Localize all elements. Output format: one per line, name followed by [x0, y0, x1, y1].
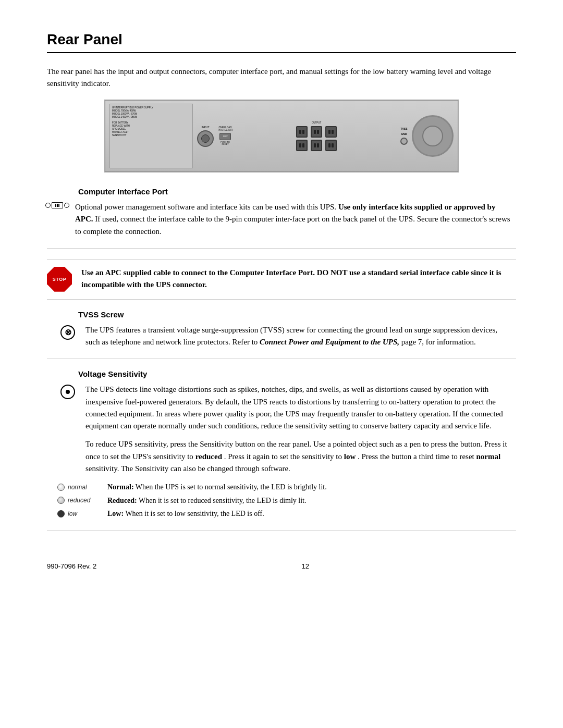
low-description: Low: When it is set to low sensitivity, … [107, 509, 264, 519]
normal-label: normal [68, 484, 87, 491]
reduced-led-icon [57, 497, 65, 504]
low-label: low [68, 510, 77, 517]
outlet-1 [296, 126, 308, 138]
volt-para2-bold1: reduced [195, 452, 222, 461]
overload-section: OVERLOADPROTECTOR 120V PUSH TORESET [218, 126, 232, 146]
footer-right [514, 562, 516, 570]
low-bold: Low: [107, 510, 124, 517]
normal-bold: Normal: [107, 483, 134, 491]
port-icon [45, 202, 69, 208]
input-section: INPUT [197, 126, 214, 147]
stop-sign-text: STOP [53, 277, 66, 282]
stop-bold-text: Use an APC supplied cable to connect to … [81, 268, 501, 289]
port-circle-left [45, 203, 51, 208]
outlets-bottom-row [296, 140, 337, 151]
outlet-5 [311, 140, 322, 151]
computer-interface-section: Computer Interface Port Optional power m… [47, 187, 516, 249]
port-connector [52, 202, 63, 208]
tvss-text: The UPS features a transient voltage sur… [85, 324, 511, 349]
sensitivity-item-normal: normal Normal: When the UPS is set to no… [57, 482, 516, 492]
normal-description: Normal: When the UPS is set to normal se… [107, 482, 327, 492]
port-pin-3 [58, 204, 59, 207]
low-icon-label: low [57, 510, 99, 517]
voltage-sensitivity-content: The UPS detects line voltage distortions… [57, 384, 516, 475]
outlets-top-row [296, 126, 337, 138]
outlet-4 [296, 140, 308, 151]
footer-page-number: 12 [302, 562, 309, 570]
overload-indicator: 120V [219, 133, 231, 140]
tvss-gnd-labels: TVSS GND [400, 127, 408, 145]
port-pin-1 [55, 204, 56, 207]
cip-text-part2: If used, connect the interface cable to … [75, 215, 510, 235]
reduced-bold: Reduced: [107, 497, 137, 504]
volt-text-block: The UPS detects line voltage distortions… [85, 384, 511, 475]
ups-label-panel: UNINTERRUPTIBLE POWER SUPPLY MODEL 700VA… [109, 104, 193, 168]
computer-interface-text: Optional power management software and i… [75, 201, 511, 238]
reduced-icon-label: reduced [57, 497, 99, 504]
stop-sign-icon: STOP [47, 267, 72, 292]
volt-para2-end: sensitivity. The Sensitivity can also be… [85, 464, 290, 473]
ups-label-text: UNINTERRUPTIBLE POWER SUPPLY MODEL 700VA… [112, 106, 190, 137]
normal-icon-label: normal [57, 484, 99, 491]
computer-interface-header: Computer Interface Port [78, 187, 516, 196]
page-title: Rear Panel [47, 31, 516, 53]
tvss-screw [400, 138, 408, 145]
push-to-reset-label: PUSH TORESET [221, 141, 230, 146]
ups-body: UNINTERRUPTIBLE POWER SUPPLY MODEL 700VA… [105, 100, 458, 172]
sensitivity-item-reduced: reduced Reduced: When it is set to reduc… [57, 496, 516, 506]
gnd-label: GND [401, 132, 407, 135]
stop-warning-text: Use an APC supplied cable to connect to … [81, 267, 516, 291]
volt-para1: The UPS detects line voltage distortions… [85, 384, 511, 432]
reduced-description: Reduced: When it is set to reduced sensi… [107, 496, 306, 506]
volt-dot [66, 390, 70, 394]
port-pin-2 [57, 204, 58, 207]
voltage-sensitivity-header: Voltage Sensitivity [78, 369, 516, 378]
sensitivity-list: normal Normal: When the UPS is set to no… [57, 482, 516, 519]
volt-icon-col [57, 384, 78, 399]
ups-rear-panel-diagram: UNINTERRUPTIBLE POWER SUPPLY MODEL 700VA… [104, 100, 459, 172]
outlet-3 [325, 126, 337, 138]
tvss-icon-col: ⊗ [57, 324, 78, 340]
volt-para2-bold2: low [344, 452, 356, 461]
reduced-label: reduced [68, 497, 90, 504]
volt-para2-mid: . Press it again to set the sensitivity … [224, 452, 342, 461]
output-label: OUTPUT [312, 121, 322, 124]
volt-sensitivity-icon [60, 385, 75, 399]
tvss-label: TVSS [400, 127, 407, 130]
outlet-2 [311, 126, 322, 138]
normal-led-icon [57, 484, 65, 491]
input-connector [197, 130, 214, 147]
outlets-section: OUTPUT [237, 121, 396, 151]
fan-inner [422, 126, 443, 146]
low-desc-text: When it is set to low sensitivity, the L… [125, 510, 264, 517]
normal-desc-text: When the UPS is set to normal sensitivit… [136, 483, 327, 491]
footer-left: 990-7096 Rev. 2 [47, 562, 96, 570]
computer-interface-content: Optional power management software and i… [47, 201, 516, 238]
port-circle-right [64, 203, 69, 208]
outlet-6 [325, 140, 337, 151]
tvss-x-icon: ⊗ [60, 325, 75, 340]
intro-paragraph: The rear panel has the input and output … [47, 66, 516, 89]
sensitivity-item-low: low Low: When it is set to low sensitivi… [57, 509, 516, 519]
fan [412, 115, 454, 157]
page-footer: 990-7096 Rev. 2 12 [47, 562, 516, 570]
tvss-header: TVSS Screw [78, 310, 516, 319]
overload-label: OVERLOADPROTECTOR [218, 126, 232, 132]
tvss-italic-ref: Connect Power and Equipment to the UPS, [260, 338, 399, 346]
tvss-content: ⊗ The UPS features a transient voltage s… [57, 324, 516, 349]
cip-text-part1: Optional power management software and i… [75, 203, 336, 211]
tvss-text-part2: page 7, for information. [401, 338, 476, 346]
low-led-icon [57, 510, 65, 517]
tvss-section: TVSS Screw ⊗ The UPS features a transien… [47, 310, 516, 360]
volt-para2-bold3: normal [476, 452, 500, 461]
stop-warning-section: STOP Use an APC supplied cable to connec… [47, 259, 516, 300]
volt-para2: To reduce UPS sensitivity, press the Sen… [85, 438, 511, 475]
input-label: INPUT [202, 126, 210, 129]
voltage-sensitivity-section: Voltage Sensitivity The UPS detects line… [47, 369, 516, 531]
reduced-desc-text: When it is set to reduced sensitivity, t… [139, 497, 306, 504]
port-icon-col [47, 201, 68, 208]
volt-para2-post: . Press the button a third time to reset [358, 452, 474, 461]
